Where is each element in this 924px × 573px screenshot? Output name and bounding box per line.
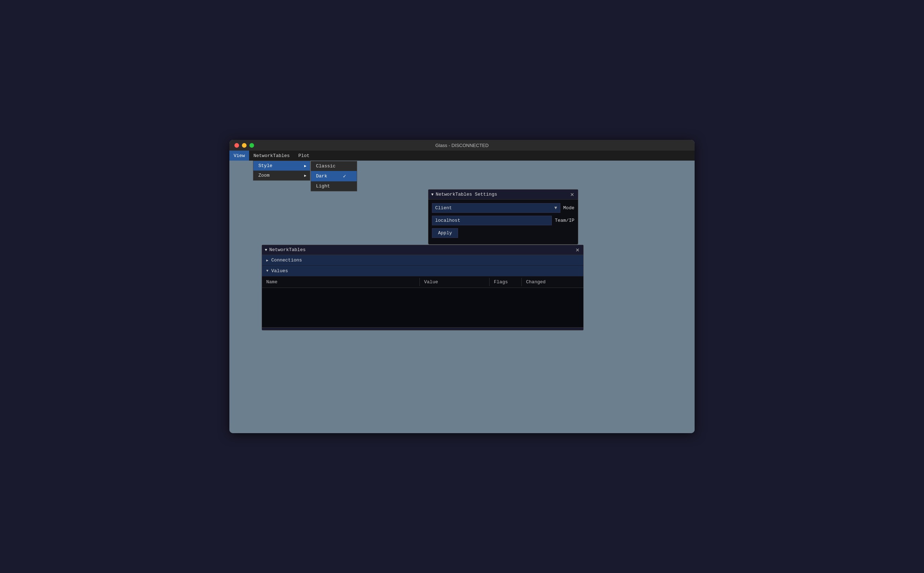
style-dark[interactable]: Dark ✓	[311, 171, 357, 182]
nt-panel-close[interactable]: ✕	[575, 247, 580, 252]
nt-settings-dialog: ▼ NetworkTables Settings ✕ Client ▼ Mode	[428, 189, 578, 245]
style-submenu: Classic Dark ✓ Light	[311, 161, 357, 191]
menu-plot[interactable]: Plot	[294, 150, 314, 161]
title-bar: Glass - DISCONNECTED	[229, 140, 695, 150]
nt-panel-title: ▼ NetworkTables	[265, 247, 306, 252]
team-ip-label: Team/IP	[555, 218, 574, 223]
table-body	[262, 288, 583, 327]
client-dropdown[interactable]: Client ▼	[432, 203, 560, 213]
values-label: Values	[271, 268, 288, 274]
server-input[interactable]	[432, 216, 552, 225]
settings-client-row: Client ▼ Mode	[432, 203, 574, 213]
style-submenu-arrow: ▶	[304, 164, 306, 168]
connections-expand-icon: ▶	[266, 258, 268, 263]
table-header: Name Value Flags Changed	[262, 277, 583, 288]
close-button[interactable]	[234, 143, 239, 148]
mode-label: Mode	[563, 205, 574, 211]
dark-checkmark: ✓	[343, 173, 346, 179]
values-collapse-icon: ▼	[266, 269, 268, 273]
nt-panel-collapse-icon: ▼	[265, 248, 267, 252]
col-value-header: Value	[419, 278, 489, 286]
resize-handle[interactable]	[262, 327, 583, 330]
style-classic[interactable]: Classic	[311, 161, 357, 171]
col-flags-header: Flags	[489, 278, 521, 286]
apply-button[interactable]: Apply	[432, 228, 458, 238]
nt-settings-content: Client ▼ Mode Team/IP Apply	[428, 200, 578, 244]
maximize-button[interactable]	[249, 143, 254, 148]
nt-settings-close[interactable]: ✕	[569, 192, 575, 197]
nt-settings-titlebar: ▼ NetworkTables Settings ✕	[428, 189, 578, 200]
nt-panel-content: ▶ Connections ▼ Values Name Value Flags …	[262, 255, 583, 330]
connections-row[interactable]: ▶ Connections	[262, 255, 583, 266]
style-light[interactable]: Light	[311, 182, 357, 191]
col-name-header: Name	[262, 278, 419, 286]
settings-server-row: Team/IP	[432, 216, 574, 225]
window-title: Glass - DISCONNECTED	[436, 143, 489, 148]
zoom-submenu-arrow: ▶	[304, 174, 306, 178]
main-window: Glass - DISCONNECTED View NetworkTables …	[229, 140, 695, 433]
values-row[interactable]: ▼ Values	[262, 266, 583, 277]
menu-view[interactable]: View	[229, 150, 249, 161]
menu-bar: View NetworkTables Plot	[229, 150, 695, 161]
menu-networktables[interactable]: NetworkTables	[249, 150, 294, 161]
nt-settings-title: ▼ NetworkTables Settings	[431, 192, 497, 197]
window-controls	[234, 143, 254, 148]
content-area: Style ▶ Zoom ▶ Classic Dark ✓ Light	[229, 161, 695, 433]
view-dropdown-menu: Style ▶ Zoom ▶ Classic Dark ✓ Light	[253, 161, 310, 181]
nt-panel-titlebar: ▼ NetworkTables ✕	[262, 245, 583, 255]
settings-apply-row: Apply	[432, 228, 574, 238]
connections-label: Connections	[271, 258, 302, 263]
zoom-menu-item[interactable]: Zoom ▶	[253, 171, 310, 180]
nt-panel: ▼ NetworkTables ✕ ▶ Connections ▼ Values	[262, 245, 584, 330]
style-menu-item[interactable]: Style ▶	[253, 161, 310, 171]
minimize-button[interactable]	[242, 143, 246, 148]
col-changed-header: Changed	[521, 278, 583, 286]
client-dropdown-arrow: ▼	[554, 205, 557, 211]
nt-settings-collapse-icon: ▼	[431, 193, 434, 197]
